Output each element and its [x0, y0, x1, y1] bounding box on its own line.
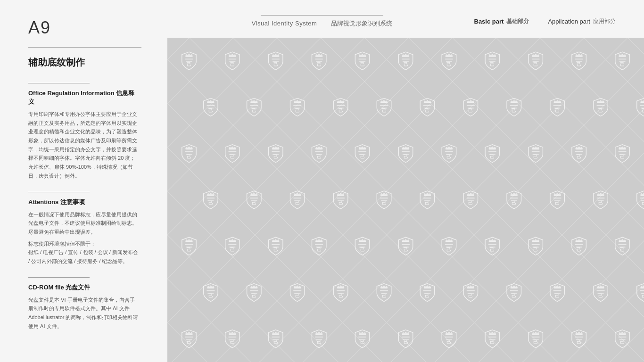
nav-basic-label-cn: 基础部分 — [506, 17, 529, 25]
section1-divider — [28, 83, 90, 83]
header: A9 Visual Identity System 品牌视觉形象识别系统 Bas… — [0, 0, 644, 38]
info-section-regulation: Office Regulation Information 信息释义 专用印刷字… — [28, 83, 139, 181]
section2-text1: 在一般情况下使用品牌标志，应尽量使用提供的光盘电子文件，不建议使用标准制图绘制标… — [28, 210, 139, 237]
page-code: A9 — [28, 18, 189, 38]
section-top-divider — [28, 47, 141, 48]
info-section-attentions: Attentions 注意事项 在一般情况下使用品牌标志，应尽量使用提供的光盘电… — [28, 192, 139, 266]
section1-text: 专用印刷字体和专用办公字体主要应用于企业文融的正文及实务用品，所选定的字体用以实… — [28, 110, 139, 181]
header-right: Basic part 基础部分 Application part 应用部分 — [455, 13, 616, 25]
nav-application-part[interactable]: Application part 应用部分 — [548, 17, 616, 25]
header-left: A9 — [28, 0, 189, 38]
left-panel: 辅助底纹制作 Office Regulation Information 信息释… — [0, 38, 167, 362]
pattern-svg: 己 — [167, 38, 644, 362]
section1-title: Office Regulation Information 信息释义 — [28, 89, 139, 106]
section2-text3: 报纸 / 电视广告 / 宣传 / 包装 / 会议 / 新闻发布会 / 公司内外部… — [28, 248, 139, 265]
section2-text2: 标志使用环境包括但不限于： — [28, 239, 139, 248]
section-title: 辅助底纹制作 — [28, 56, 139, 69]
nav-basic-part[interactable]: Basic part 基础部分 — [474, 17, 529, 25]
main-container: 辅助底纹制作 Office Regulation Information 信息释… — [0, 38, 644, 362]
right-panel: 己 — [167, 38, 644, 362]
svg-rect-9 — [167, 38, 644, 362]
section3-title: CD-ROM file 光盘文件 — [28, 283, 139, 292]
header-center-top-divider — [261, 15, 383, 16]
section2-divider — [28, 192, 90, 192]
header-center-inner: Visual Identity System 品牌视觉形象识别系统 — [252, 19, 393, 28]
section3-text: 光盘文件是本 VI 手册电子文件的集合，内含手册制作时的专用软件格式文件。其中 … — [28, 296, 139, 331]
header-center: Visual Identity System 品牌视觉形象识别系统 — [189, 10, 455, 28]
nav-application-label-cn: 应用部分 — [593, 17, 616, 25]
nav-basic-label: Basic part — [474, 18, 504, 25]
section2-title: Attentions 注意事项 — [28, 198, 139, 206]
info-section-cdrom: CD-ROM file 光盘文件 光盘文件是本 VI 手册电子文件的集合，内含手… — [28, 277, 139, 331]
nav-application-label: Application part — [548, 18, 590, 25]
section3-divider — [28, 277, 90, 278]
vi-label: Visual Identity System — [252, 20, 317, 27]
brand-label: 品牌视觉形象识别系统 — [331, 19, 392, 28]
